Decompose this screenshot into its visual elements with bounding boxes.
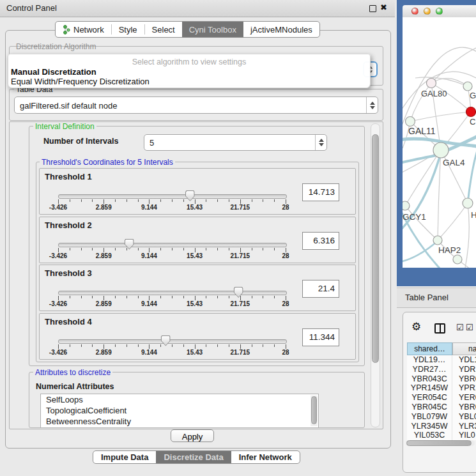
threshold-slider-track[interactable] [58, 243, 287, 247]
network-node[interactable] [403, 201, 410, 210]
cell-shared-name[interactable]: YPR145W [407, 383, 452, 393]
float-window-icon[interactable] [369, 5, 376, 12]
checkbox-icon[interactable]: ☑ [456, 323, 464, 332]
tab-network[interactable]: Network [56, 22, 111, 37]
slider-tick [172, 344, 173, 347]
network-node[interactable] [427, 79, 436, 88]
numerical-attributes-list[interactable]: SelfLoopsTopologicalCoefficientBetweenne… [40, 394, 319, 428]
axis-tick-label: -3.426 [49, 349, 67, 356]
table-hscrollbar-thumb[interactable] [406, 440, 472, 446]
cell-name[interactable]: YIL0 [452, 431, 476, 440]
apply-button[interactable]: Apply [171, 429, 214, 442]
cell-name[interactable]: YDR2 [452, 365, 476, 374]
tab-jactivemnodules[interactable]: jActiveMNodules [243, 22, 319, 37]
threshold-value-field[interactable]: 11.344 [302, 328, 339, 346]
tab-select[interactable]: Select [145, 22, 182, 37]
checkbox-icon[interactable]: ☑ [466, 323, 473, 332]
cell-name[interactable]: YER0 [452, 393, 476, 403]
slider-tick [252, 344, 252, 347]
attribute-list-item[interactable]: TopologicalCoefficient [41, 405, 318, 416]
close-panel-icon[interactable]: ✖ [380, 3, 387, 12]
scrollbar-thumb[interactable] [372, 134, 379, 363]
threshold-label: Threshold 4 [45, 317, 92, 326]
slider-tick [104, 248, 104, 252]
table-horizontal-scrollbar[interactable] [406, 440, 475, 446]
tab-cyni-toolbox[interactable]: Cyni Toolbox [182, 22, 243, 37]
table-row[interactable]: YBL079WYBL0 [407, 412, 476, 422]
cell-shared-name[interactable]: YIL053C [407, 431, 452, 440]
threshold-panel-3: Threshold 3-3.4262.8599.14415.4321.71528… [39, 265, 356, 311]
network-node[interactable] [463, 198, 473, 208]
slider-tick [229, 296, 229, 298]
tab-style[interactable]: Style [112, 22, 144, 37]
threshold-slider-track[interactable] [58, 339, 287, 344]
table-row[interactable]: YDL19…YDL1 [407, 355, 476, 365]
threshold-value-field[interactable]: 21.4 [302, 280, 339, 298]
table-data-value: galFiltered.sif default node [20, 100, 117, 110]
cell-name[interactable]: YLR3 [452, 422, 476, 431]
table-row[interactable]: YBR043CYBR0 [407, 374, 476, 384]
bottom-tab-impute-data[interactable]: Impute Data [93, 451, 156, 463]
table-row[interactable]: YLR345WYLR3 [407, 422, 476, 431]
slider-tick [104, 199, 104, 204]
network-node[interactable] [433, 142, 449, 158]
network-node[interactable] [463, 82, 472, 91]
tab-label: Style [119, 25, 137, 35]
num-intervals-combobox[interactable]: 5 [144, 134, 327, 151]
minimize-traffic-light-icon[interactable] [424, 8, 431, 15]
network-node[interactable] [433, 236, 442, 245]
cell-shared-name[interactable]: YBR045C [407, 403, 452, 412]
axis-tick-label: 21.715 [231, 204, 250, 211]
cell-shared-name[interactable]: YDL19… [407, 355, 452, 365]
cell-name[interactable]: YPR1 [452, 383, 476, 393]
slider-tick [160, 296, 161, 298]
threshold-value-field[interactable]: 14.713 [302, 183, 339, 201]
settings-vertical-scrollbar[interactable] [371, 123, 380, 427]
cell-shared-name[interactable]: YDR27… [407, 365, 452, 374]
dropdown-option-manual-discretization[interactable]: Manual Discretization [11, 67, 96, 77]
cell-name[interactable]: YBL0 [452, 412, 476, 422]
attribute-list-item[interactable]: BetweennessCentrality [41, 416, 318, 427]
axis-tick-label: 2.859 [96, 349, 112, 356]
cell-name[interactable]: YBR0 [452, 403, 476, 412]
network-canvas[interactable]: GAL80GCGAL11GAL4GCY1HHAP2 [403, 17, 476, 268]
slider-tick [195, 248, 196, 252]
dropdown-option-equal-width-frequency[interactable]: Equal Width/Frequency Discretization [11, 77, 150, 86]
threshold-value-field[interactable]: 6.316 [302, 232, 339, 250]
table-row[interactable]: YER054CYER0 [407, 393, 476, 403]
zoom-traffic-light-icon[interactable] [436, 8, 443, 15]
cell-shared-name[interactable]: YBR043C [407, 374, 452, 384]
app-root: Control Panel ✖ NetworkStyleSelectCyni T… [0, 0, 476, 476]
close-traffic-light-icon[interactable] [411, 8, 418, 15]
gear-icon[interactable]: ⚙ [411, 321, 421, 332]
cell-shared-name[interactable]: YBL079W [407, 412, 452, 422]
table-data-combobox[interactable]: galFiltered.sif default node [14, 96, 378, 114]
network-icon [63, 25, 70, 35]
column-layout-icon[interactable] [434, 323, 445, 334]
cell-shared-name[interactable]: YLR345W [407, 422, 452, 431]
table-row[interactable]: YDR27…YDR2 [407, 365, 476, 374]
cell-shared-name[interactable]: YER054C [407, 393, 452, 403]
column-header-shared-name[interactable]: shared… [407, 342, 452, 355]
cell-name[interactable]: YDL1 [452, 355, 476, 365]
network-node-label: GAL4 [443, 158, 465, 167]
threshold-slider-track[interactable] [58, 291, 287, 295]
cell-name[interactable]: YBR0 [452, 374, 476, 384]
slider-tick [274, 248, 275, 250]
network-node[interactable] [453, 255, 462, 264]
slider-tick [70, 344, 70, 347]
threshold-slider-track[interactable] [58, 194, 287, 199]
bottom-tab-discretize-data[interactable]: Discretize Data [156, 451, 231, 463]
slider-tick [195, 199, 196, 204]
table-row[interactable]: YIL053CYIL0 [407, 431, 476, 440]
bottom-tab-infer-network[interactable]: Infer Network [231, 451, 300, 463]
network-node[interactable] [406, 117, 415, 127]
column-header-name[interactable]: name [452, 342, 476, 355]
attributes-scrollbar-thumb[interactable] [311, 396, 317, 424]
network-node[interactable] [466, 107, 476, 117]
table-row[interactable]: YPR145WYPR1 [407, 383, 476, 393]
slider-tick [252, 248, 252, 250]
table-row[interactable]: YBR045CYBR0 [407, 403, 476, 412]
attributes-list-scrollbar[interactable] [311, 395, 318, 426]
attribute-list-item[interactable]: SelfLoops [41, 394, 318, 405]
